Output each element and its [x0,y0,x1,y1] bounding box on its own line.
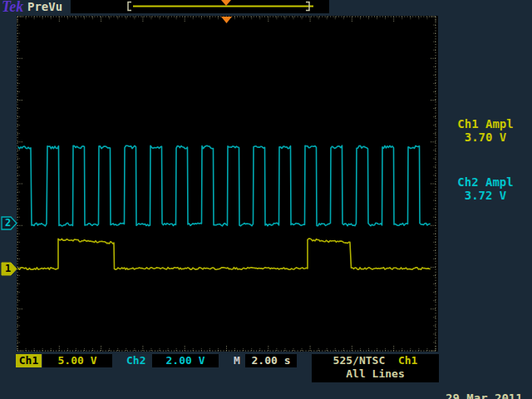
video-lines-mode: All Lines [312,367,439,381]
graticule-area [17,16,438,352]
ch1-amplitude-readout: Ch1 Ampl 3.70 V [446,117,525,144]
oscilloscope-screen: Tek PreVu 2 1 Ch1 Ampl 3.70 V Ch2 Ampl 3… [0,0,532,399]
ch1-vertical-scale: 5.00 V [42,354,112,367]
video-trigger-readout: 525/NTSC Ch1 All Lines [312,354,439,382]
video-standard: 525/NTSC [333,354,386,367]
ch2-ground-marker-label: 2 [5,218,11,228]
acquisition-mode-label: PreVu [27,0,62,13]
ch2-amplitude-value: 3.72 V [446,189,525,202]
ch2-channel-label: Ch2 [126,354,145,367]
ch1-amplitude-value: 3.70 V [446,131,525,144]
date-label: 29 Mar 2011 [446,392,523,399]
ch2-amplitude-readout: Ch2 Ampl 3.72 V [446,175,525,202]
ch2-vertical-scale: 2.00 V [152,354,219,367]
video-standard-and-source: 525/NTSC Ch1 [312,354,439,367]
ch1-ground-marker-label: 1 [5,264,11,273]
timebase-scale: 2.00 s [245,354,297,367]
ch1-amplitude-label: Ch1 Ampl [446,117,525,131]
ch1-channel-badge: Ch1 [16,354,42,367]
datetime-readout: 29 Mar 2011 15:57:52 [446,367,523,399]
tek-logo: Tek [2,0,23,16]
trigger-source: Ch1 [398,354,417,367]
main-timebase-label: M [234,354,240,367]
ch2-amplitude-label: Ch2 Ampl [446,175,525,189]
acquisition-bar [71,0,329,13]
